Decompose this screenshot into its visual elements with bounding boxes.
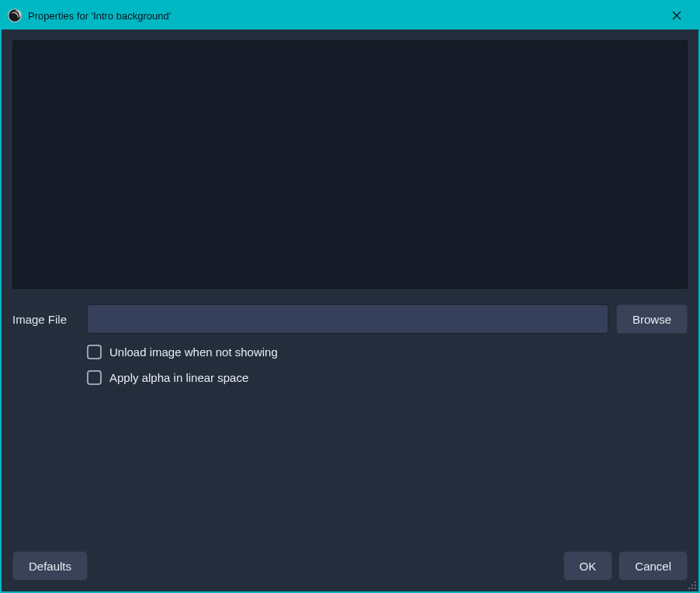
image-file-input[interactable]	[87, 304, 608, 334]
window-title: Properties for 'Intro background'	[28, 10, 663, 22]
defaults-button[interactable]: Defaults	[12, 551, 88, 581]
svg-point-0	[9, 9, 22, 23]
alpha-linear-checkbox[interactable]	[87, 370, 102, 385]
obs-icon	[8, 9, 22, 23]
dialog-content: Image File Browse Unload image when not …	[2, 29, 698, 548]
unload-image-label: Unload image when not showing	[109, 345, 278, 359]
cancel-button[interactable]: Cancel	[619, 551, 688, 581]
browse-button[interactable]: Browse	[616, 304, 688, 334]
close-button[interactable]	[663, 2, 691, 29]
alpha-linear-row: Apply alpha in linear space	[87, 370, 688, 385]
unload-image-row: Unload image when not showing	[87, 345, 688, 359]
ok-button[interactable]: OK	[563, 551, 613, 581]
form-area: Image File Browse Unload image when not …	[12, 304, 688, 537]
properties-dialog: Properties for 'Intro background' Image …	[0, 0, 700, 593]
unload-image-checkbox[interactable]	[87, 345, 102, 359]
image-file-label: Image File	[12, 313, 87, 326]
titlebar: Properties for 'Intro background'	[2, 2, 698, 29]
dialog-footer: Defaults OK Cancel	[2, 548, 698, 591]
image-file-row: Image File Browse	[12, 304, 688, 334]
alpha-linear-label: Apply alpha in linear space	[109, 371, 248, 384]
preview-area	[12, 40, 688, 289]
